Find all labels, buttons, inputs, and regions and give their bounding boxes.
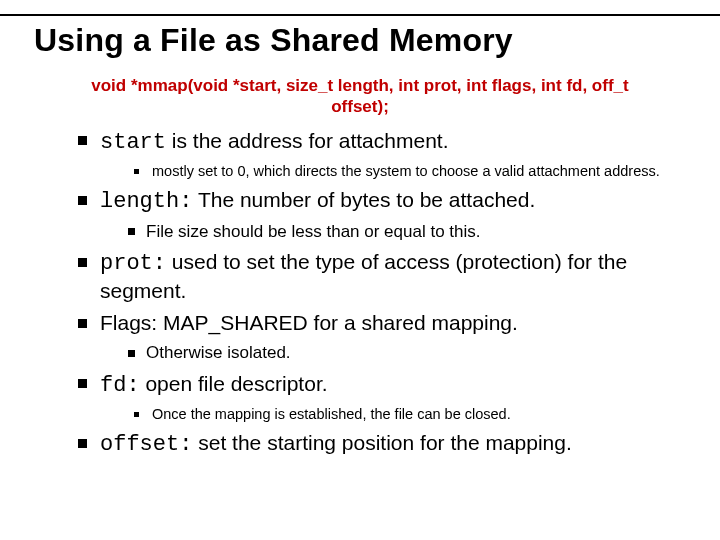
kw-length: length: bbox=[100, 189, 192, 214]
sub-start: mostly set to 0, which directs the syste… bbox=[134, 162, 686, 181]
bullet-flags: Flags: MAP_SHARED for a shared mapping. … bbox=[78, 310, 686, 364]
bullet-list: start is the address for attachment. mos… bbox=[34, 128, 686, 459]
desc-start: is the address for attachment. bbox=[166, 129, 448, 152]
slide: Using a File as Shared Memory void *mmap… bbox=[0, 0, 720, 540]
bullet-start: start is the address for attachment. mos… bbox=[78, 128, 686, 181]
desc-prot: used to set the type of access (protecti… bbox=[100, 250, 627, 302]
kw-prot: prot: bbox=[100, 251, 166, 276]
sublist-flags: Otherwise isolated. bbox=[100, 342, 686, 364]
sub-flags: Otherwise isolated. bbox=[128, 342, 686, 364]
bullet-prot: prot: used to set the type of access (pr… bbox=[78, 249, 686, 304]
desc-offset: set the starting position for the mappin… bbox=[192, 431, 571, 454]
sub-length: File size should be less than or equal t… bbox=[128, 221, 686, 243]
sublist-length: File size should be less than or equal t… bbox=[100, 221, 686, 243]
sub-fd: Once the mapping is established, the fil… bbox=[134, 405, 686, 424]
kw-fd: fd: bbox=[100, 373, 140, 398]
slide-title: Using a File as Shared Memory bbox=[34, 22, 686, 59]
bullet-offset: offset: set the starting position for th… bbox=[78, 430, 686, 459]
bullet-fd: fd: open file descriptor. Once the mappi… bbox=[78, 371, 686, 424]
bullet-length: length: The number of bytes to be attach… bbox=[78, 187, 686, 244]
desc-flags: Flags: MAP_SHARED for a shared mapping. bbox=[100, 311, 518, 334]
desc-fd: open file descriptor. bbox=[140, 372, 328, 395]
signature-line-2: offset); bbox=[331, 97, 389, 116]
header-rule bbox=[0, 14, 720, 16]
kw-start: start bbox=[100, 130, 166, 155]
sublist-start: mostly set to 0, which directs the syste… bbox=[100, 162, 686, 181]
kw-offset: offset: bbox=[100, 432, 192, 457]
signature-line-1: void *mmap(void *start, size_t length, i… bbox=[91, 76, 628, 95]
desc-length: The number of bytes to be attached. bbox=[192, 188, 535, 211]
sublist-fd: Once the mapping is established, the fil… bbox=[100, 405, 686, 424]
function-signature: void *mmap(void *start, size_t length, i… bbox=[34, 75, 686, 118]
